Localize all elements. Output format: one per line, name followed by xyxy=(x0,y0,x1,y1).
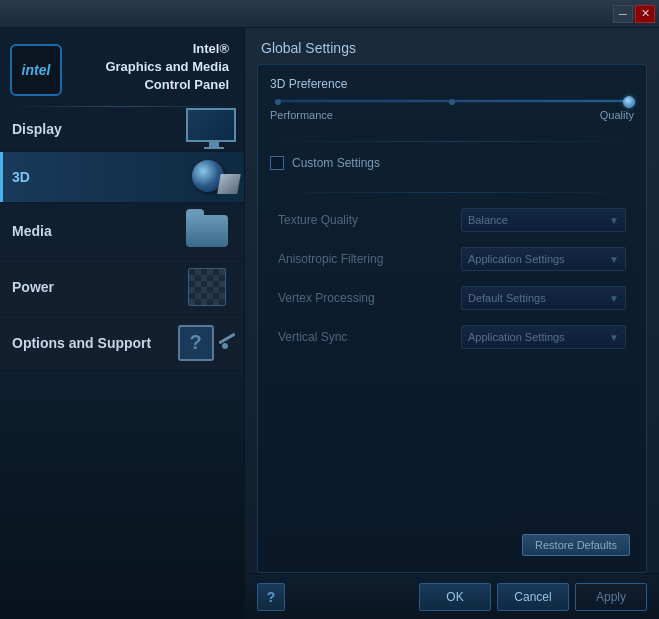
content-area: Global Settings 3D Preference Performanc… xyxy=(245,28,659,619)
sidebar-item-power-content: Power xyxy=(0,269,169,305)
display-image xyxy=(180,107,244,151)
sidebar-item-display-label: Display xyxy=(12,121,168,137)
power-image xyxy=(169,259,244,314)
sidebar-item-display[interactable]: Display xyxy=(0,107,244,152)
sidebar-item-power-label: Power xyxy=(12,279,157,295)
restore-defaults-button[interactable]: Restore Defaults xyxy=(522,534,630,556)
slider-left-label: Performance xyxy=(270,109,333,121)
anisotropic-arrow: ▼ xyxy=(609,254,619,265)
vsync-label: Vertical Sync xyxy=(278,330,461,344)
vsync-arrow: ▼ xyxy=(609,332,619,343)
slider-dot-left xyxy=(275,99,281,105)
3d-preference-label: 3D Preference xyxy=(270,77,634,91)
vertex-value: Default Settings xyxy=(468,292,546,304)
slider-dot-mid xyxy=(449,99,455,105)
restore-row: Restore Defaults xyxy=(270,526,634,560)
vertex-arrow: ▼ xyxy=(609,293,619,304)
divider-2 xyxy=(270,192,634,193)
divider-1 xyxy=(270,141,634,142)
slider-right-label: Quality xyxy=(600,109,634,121)
bottom-bar: ? OK Cancel Apply xyxy=(245,573,659,619)
sidebar-item-power[interactable]: Power xyxy=(0,259,244,315)
setting-row-vsync: Vertical Sync Application Settings ▼ xyxy=(270,318,634,357)
3d-preference-section: 3D Preference Performance Quality xyxy=(270,77,634,121)
sidebar-item-3d[interactable]: 3D xyxy=(0,152,244,203)
media-image xyxy=(169,203,244,258)
vsync-value: Application Settings xyxy=(468,331,565,343)
main-container: intel Intel® Graphics and Media Control … xyxy=(0,28,659,619)
preference-slider-container xyxy=(270,99,634,103)
title-bar: ─ ✕ xyxy=(0,0,659,28)
cancel-button[interactable]: Cancel xyxy=(497,583,569,611)
slider-thumb[interactable] xyxy=(623,96,635,108)
sidebar-item-options[interactable]: Options and Support ? xyxy=(0,315,244,371)
texture-quality-arrow: ▼ xyxy=(609,215,619,226)
setting-row-anisotropic: Anisotropic Filtering Application Settin… xyxy=(270,240,634,279)
custom-settings-label: Custom Settings xyxy=(292,156,380,170)
sidebar-item-3d-content: 3D xyxy=(0,159,174,195)
sidebar-item-media[interactable]: Media xyxy=(0,203,244,259)
close-button[interactable]: ✕ xyxy=(635,5,655,23)
vertex-dropdown[interactable]: Default Settings ▼ xyxy=(461,286,626,310)
folder-icon xyxy=(186,215,228,247)
content-header: Global Settings xyxy=(245,28,659,64)
anisotropic-value: Application Settings xyxy=(468,253,565,265)
slider-track[interactable] xyxy=(274,99,630,103)
setting-row-vertex: Vertex Processing Default Settings ▼ xyxy=(270,279,634,318)
sidebar-item-media-content: Media xyxy=(0,213,169,249)
settings-panel: 3D Preference Performance Quality Cu xyxy=(257,64,647,573)
question-icon: ? xyxy=(178,325,214,361)
apply-button[interactable]: Apply xyxy=(575,583,647,611)
ok-button[interactable]: OK xyxy=(419,583,491,611)
sidebar-item-media-label: Media xyxy=(12,223,157,239)
sidebar-bottom xyxy=(0,371,244,619)
slider-labels: Performance Quality xyxy=(270,109,634,121)
vertex-label: Vertex Processing xyxy=(278,291,461,305)
setting-row-texture: Texture Quality Balance ▼ xyxy=(270,201,634,240)
question-mark-icon: ? xyxy=(189,331,201,354)
texture-quality-value: Balance xyxy=(468,214,508,226)
3d-image xyxy=(174,152,244,202)
intel-logo-text: intel xyxy=(22,62,51,78)
anisotropic-dropdown[interactable]: Application Settings ▼ xyxy=(461,247,626,271)
intel-logo: intel xyxy=(10,44,62,96)
help-button[interactable]: ? xyxy=(257,583,285,611)
minimize-button[interactable]: ─ xyxy=(613,5,633,23)
sidebar-item-display-content: Display xyxy=(0,111,180,147)
vsync-dropdown[interactable]: Application Settings ▼ xyxy=(461,325,626,349)
sidebar-item-3d-label: 3D xyxy=(12,169,162,185)
custom-settings-checkbox[interactable] xyxy=(270,156,284,170)
cube-icon xyxy=(217,174,241,194)
sidebar-item-options-label: Options and Support xyxy=(12,335,157,351)
sidebar-title: Intel® Graphics and Media Control Panel xyxy=(70,40,229,95)
texture-quality-label: Texture Quality xyxy=(278,213,461,227)
sidebar-item-options-content: Options and Support xyxy=(0,325,169,361)
sidebar-header: intel Intel® Graphics and Media Control … xyxy=(0,28,244,106)
texture-quality-dropdown[interactable]: Balance ▼ xyxy=(461,208,626,232)
anisotropic-label: Anisotropic Filtering xyxy=(278,252,461,266)
sidebar: intel Intel® Graphics and Media Control … xyxy=(0,28,245,619)
custom-settings-row: Custom Settings xyxy=(270,150,634,176)
options-image: ? xyxy=(169,315,244,370)
